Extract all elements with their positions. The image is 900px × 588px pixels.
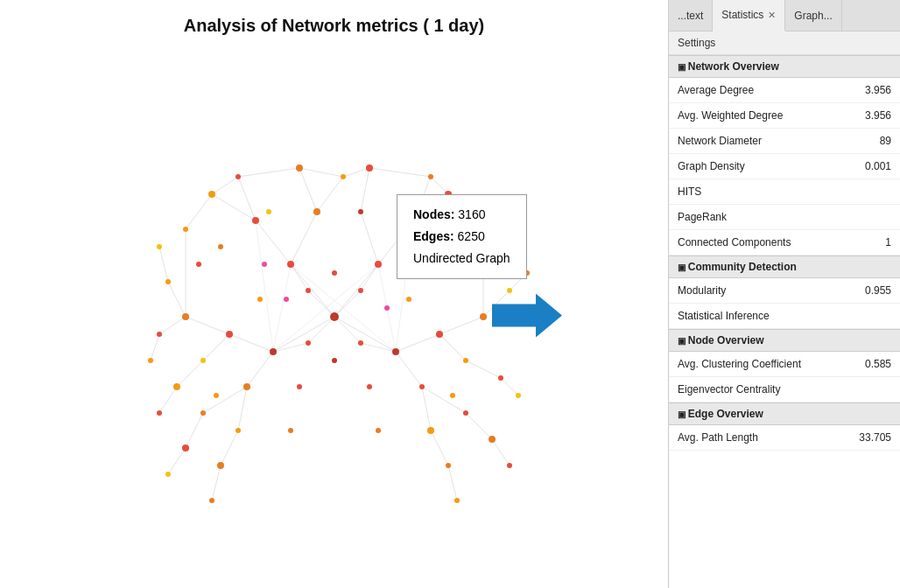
svg-point-123 <box>332 358 337 363</box>
arrow-container <box>492 293 562 340</box>
svg-point-113 <box>165 472 171 477</box>
settings-bar[interactable]: Settings <box>669 32 900 55</box>
svg-line-11 <box>396 352 422 387</box>
svg-line-2 <box>273 317 334 352</box>
svg-line-21 <box>203 387 247 413</box>
svg-marker-141 <box>492 293 562 337</box>
network-svg <box>116 89 553 544</box>
svg-line-50 <box>159 387 177 413</box>
svg-point-98 <box>200 410 206 416</box>
svg-point-109 <box>446 463 451 468</box>
stat-statistical-inference[interactable]: Statistical Inference <box>669 304 900 329</box>
tab-close-icon[interactable]: ✕ <box>768 10 776 21</box>
right-arrow-icon <box>492 293 562 337</box>
svg-point-86 <box>208 191 215 198</box>
svg-line-65 <box>291 264 308 290</box>
svg-line-34 <box>466 413 492 439</box>
tab-text[interactable]: ...text <box>669 0 713 31</box>
svg-line-15 <box>317 177 343 212</box>
svg-line-37 <box>238 168 299 177</box>
svg-line-29 <box>177 360 203 387</box>
svg-line-42 <box>273 264 291 352</box>
stat-graph-density: Graph Density 0.001 <box>669 154 900 179</box>
svg-point-75 <box>358 288 363 293</box>
svg-point-116 <box>507 463 512 468</box>
stat-pagerank[interactable]: PageRank <box>669 205 900 230</box>
svg-point-102 <box>480 313 487 320</box>
svg-point-84 <box>436 331 443 338</box>
svg-line-31 <box>221 430 238 466</box>
svg-point-78 <box>252 217 259 224</box>
svg-line-12 <box>212 194 256 220</box>
svg-line-48 <box>159 247 168 282</box>
stats-content: Network Overview Average Degree 3.956 Av… <box>669 55 900 588</box>
svg-point-107 <box>463 410 468 416</box>
graph-info-box: Nodes: 3160 Edges: 6250 Undirected Graph <box>397 194 527 280</box>
svg-line-14 <box>299 168 317 212</box>
svg-point-79 <box>313 208 320 215</box>
svg-point-119 <box>183 227 188 232</box>
svg-point-71 <box>375 261 382 268</box>
svg-point-101 <box>217 462 224 469</box>
graph-type: Undirected Graph <box>413 248 510 270</box>
svg-point-76 <box>306 340 311 346</box>
tab-graph[interactable]: Graph... <box>785 0 841 31</box>
section-node-overview: Node Overview <box>669 329 900 352</box>
svg-point-73 <box>392 348 399 355</box>
edges-label: Edges: <box>413 229 454 243</box>
svg-line-44 <box>256 220 273 352</box>
svg-point-81 <box>358 209 363 214</box>
svg-line-8 <box>229 334 273 352</box>
svg-point-138 <box>450 393 455 398</box>
svg-point-111 <box>148 358 153 363</box>
svg-line-20 <box>203 334 229 360</box>
svg-line-38 <box>299 168 343 177</box>
svg-point-127 <box>257 297 263 302</box>
svg-line-4 <box>256 220 291 264</box>
stat-connected-components: Connected Components 1 <box>669 230 900 256</box>
svg-line-18 <box>361 168 369 212</box>
svg-point-69 <box>330 312 339 321</box>
stat-avg-weighted-degree: Avg. Weighted Degree 3.956 <box>669 103 900 129</box>
svg-line-3 <box>334 317 396 352</box>
stat-hits[interactable]: HITS <box>669 179 900 205</box>
svg-point-85 <box>419 384 425 389</box>
svg-point-135 <box>196 262 201 267</box>
svg-point-124 <box>332 270 337 276</box>
stat-eigenvector-centrality[interactable]: Eigenvector Centrality <box>669 377 900 402</box>
svg-point-96 <box>200 358 206 363</box>
svg-line-52 <box>212 466 221 500</box>
right-panel: ...text Statistics ✕ Graph... Settings N… <box>668 0 900 588</box>
svg-line-49 <box>151 334 159 360</box>
svg-point-91 <box>428 174 433 179</box>
svg-line-25 <box>422 387 466 413</box>
svg-line-26 <box>422 387 431 430</box>
svg-point-125 <box>262 262 267 267</box>
svg-line-27 <box>168 282 186 317</box>
section-edge-overview: Edge Overview <box>669 402 900 425</box>
svg-point-89 <box>341 174 346 179</box>
svg-point-106 <box>489 436 496 443</box>
svg-point-139 <box>288 428 293 433</box>
svg-line-57 <box>186 194 212 229</box>
nodes-label: Nodes: <box>413 207 454 221</box>
page-title: Analysis of Network metrics ( 1 day) <box>184 0 484 45</box>
svg-line-22 <box>238 387 247 430</box>
svg-point-128 <box>406 297 411 302</box>
svg-point-103 <box>507 288 512 293</box>
svg-point-72 <box>270 348 277 355</box>
svg-line-61 <box>308 290 334 317</box>
svg-line-19 <box>186 317 229 334</box>
stat-avg-path-length: Avg. Path Length 33.705 <box>669 425 900 451</box>
svg-point-94 <box>165 279 171 284</box>
svg-point-99 <box>182 444 189 452</box>
svg-line-33 <box>466 360 501 378</box>
svg-line-5 <box>291 212 317 264</box>
svg-point-83 <box>243 383 250 390</box>
tab-statistics[interactable]: Statistics ✕ <box>713 0 785 32</box>
stat-modularity: Modularity 0.955 <box>669 278 900 304</box>
svg-point-100 <box>236 428 241 433</box>
svg-point-74 <box>306 288 311 293</box>
svg-line-35 <box>431 430 448 466</box>
svg-point-133 <box>266 209 271 214</box>
